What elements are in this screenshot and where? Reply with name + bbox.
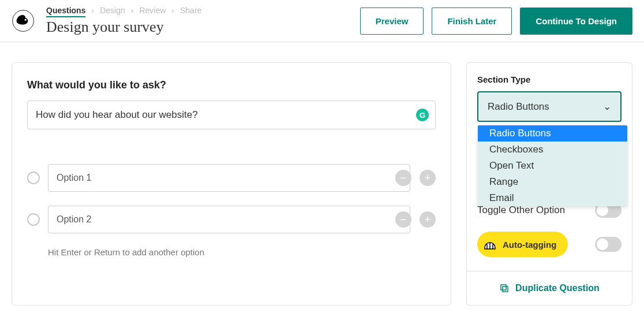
option-hint: Hit Enter or Return to add another optio… [48, 247, 436, 257]
auto-tagging-button[interactable]: Auto-tagging [477, 232, 568, 257]
chevron-down-icon: ⌄ [603, 101, 611, 113]
section-type-dropdown: Radio Buttons Checkboxes Open Text Range… [478, 125, 627, 206]
crumb-share[interactable]: Share [180, 6, 201, 17]
option-input[interactable] [48, 206, 410, 233]
toggle-other-label: Toggle Other Option [477, 204, 565, 216]
svg-rect-3 [503, 286, 508, 292]
crumb-questions[interactable]: Questions [46, 6, 85, 17]
option-input[interactable] [48, 164, 410, 192]
select-value: Radio Buttons [488, 101, 549, 113]
question-input[interactable] [27, 101, 436, 129]
chevron-right-icon: › [91, 6, 94, 17]
section-type-select[interactable]: Radio Buttons ⌄ [477, 91, 621, 122]
svg-rect-2 [501, 285, 506, 290]
remove-option-button[interactable]: − [395, 170, 411, 186]
option-row: − + [27, 164, 436, 192]
remove-option-button[interactable]: − [395, 211, 411, 228]
grammarly-icon[interactable]: G [416, 109, 429, 121]
dome-icon [483, 237, 497, 251]
page-title: Design your survey [46, 18, 360, 36]
question-card: What would you like to ask? G − + − + Hi… [12, 62, 451, 306]
dropdown-item-radio[interactable]: Radio Buttons [478, 125, 627, 142]
radio-icon [27, 213, 40, 226]
chevron-right-icon: › [131, 6, 134, 17]
question-label: What would you like to ask? [27, 79, 436, 91]
crumb-design[interactable]: Design [100, 6, 125, 17]
dropdown-item-checkboxes[interactable]: Checkboxes [478, 142, 627, 158]
duplicate-label: Duplicate Question [515, 283, 600, 293]
radio-icon [27, 172, 40, 184]
header: Questions › Design › Review › Share Desi… [0, 0, 644, 42]
dropdown-item-email[interactable]: Email [478, 190, 627, 206]
auto-tagging-switch[interactable] [595, 237, 621, 252]
dropdown-item-opentext[interactable]: Open Text [478, 158, 627, 174]
preview-button[interactable]: Preview [360, 8, 424, 35]
breadcrumb: Questions › Design › Review › Share [46, 6, 360, 17]
copy-icon [499, 283, 510, 293]
section-type-label: Section Type [477, 75, 621, 84]
mailchimp-logo-icon [12, 9, 35, 32]
settings-card: Section Type Radio Buttons ⌄ Radio Butto… [466, 62, 632, 306]
duplicate-question-button[interactable]: Duplicate Question [477, 271, 621, 305]
dropdown-item-range[interactable]: Range [478, 174, 627, 190]
add-option-button[interactable]: + [420, 170, 436, 186]
finish-later-button[interactable]: Finish Later [432, 8, 512, 35]
auto-tagging-label: Auto-tagging [503, 240, 556, 250]
option-row: − + [27, 206, 436, 233]
continue-button[interactable]: Continue To Design [520, 8, 632, 35]
auto-tagging-row: Auto-tagging [477, 232, 621, 257]
svg-point-1 [25, 19, 27, 21]
crumb-review[interactable]: Review [139, 6, 166, 17]
chevron-right-icon: › [171, 6, 174, 17]
add-option-button[interactable]: + [420, 211, 436, 228]
